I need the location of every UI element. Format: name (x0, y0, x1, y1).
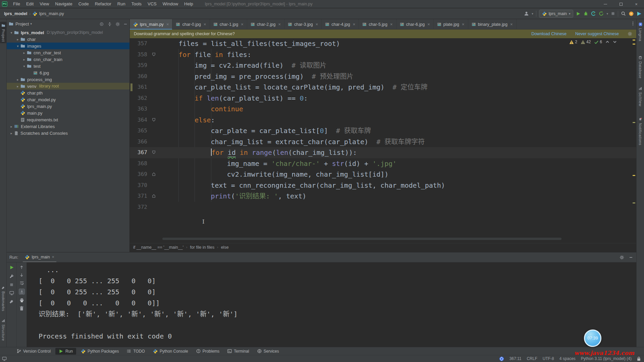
tree-item-test[interactable]: ▾test (7, 63, 129, 69)
toolwindow-button-version-control[interactable]: Version Control (13, 348, 54, 355)
close-icon[interactable]: × (510, 22, 513, 27)
editor-crumb[interactable]: else (221, 245, 229, 250)
stripe-tab-notifications[interactable]: Notifications (637, 117, 644, 145)
timer-bubble[interactable]: 07:39 (584, 329, 601, 347)
editor-tab-char-5-jpg[interactable]: char-5.jpg × (359, 19, 396, 29)
code-line-366[interactable]: 366 char_img_list = extract_char(car_pla… (130, 136, 636, 147)
tree-item-lprs-main-py[interactable]: lprs_main.py (7, 103, 129, 110)
menu-vcs[interactable]: VCS (145, 1, 160, 7)
profiler-button[interactable] (591, 11, 596, 16)
plugin-icon[interactable] (637, 11, 642, 16)
tree-item-6-jpg[interactable]: 6.jpg (7, 69, 129, 76)
lock-icon[interactable] (637, 357, 641, 361)
menu-help[interactable]: Help (181, 1, 196, 7)
tree-item-external-libraries[interactable]: ▸External Libraries (7, 123, 129, 130)
toolwindow-button-problems[interactable]: Problems (193, 348, 223, 355)
close-icon[interactable]: × (353, 22, 356, 27)
close-icon[interactable]: × (390, 22, 393, 27)
nav-crumb-file[interactable]: lprs_main.py (39, 11, 64, 16)
arrowDown-button[interactable] (19, 273, 24, 277)
close-button[interactable]: × (629, 0, 644, 8)
maximize-button[interactable] (613, 0, 629, 8)
code-line-358[interactable]: 358 for file in files: (130, 49, 636, 60)
editor-tab-char-4-jpg[interactable]: char-4.jpg × (322, 19, 359, 29)
code-line-361[interactable]: 361 car_plate_list = locate_carPlate(img… (130, 82, 636, 93)
close-icon[interactable]: × (204, 22, 206, 27)
close-icon[interactable]: × (52, 255, 54, 259)
trash-button[interactable] (19, 306, 24, 311)
stripe-tab-bookmarks[interactable]: Bookmarks (0, 286, 6, 311)
code-line-357[interactable]: 357 files = list_all_files(test_images_r… (130, 38, 636, 49)
code-line-359[interactable]: 359 img = cv2.imread(file) # 读取图片 (130, 60, 636, 71)
scrollend-button[interactable] (19, 289, 25, 295)
gear-icon[interactable] (620, 255, 624, 260)
indent-style[interactable]: 4 spaces (559, 356, 576, 361)
code-line-364[interactable]: 364 else: (130, 115, 636, 126)
menu-file[interactable]: File (10, 1, 23, 7)
stripe-tab-structure[interactable]: Structure (0, 318, 6, 341)
project-panel-title[interactable]: Project (15, 21, 29, 26)
editor-tab-char-0-jpg[interactable]: char-0.jpg × (172, 19, 210, 29)
code-line-372[interactable]: 372 (130, 202, 636, 213)
toolwindow-button-terminal[interactable]: Terminal (224, 348, 252, 355)
editor-tab-lprs-main-py[interactable]: lprs_main.py × (130, 19, 172, 29)
code-line-362[interactable]: 362 if len(car_plate_list) == 0: (130, 93, 636, 104)
banner-download-link[interactable]: Download Chinese (531, 32, 567, 36)
tree-chevron-icon[interactable]: ▸ (16, 78, 20, 81)
editor-crumb[interactable]: for file in files (190, 245, 214, 250)
run-configuration-select[interactable]: lprs_main ▾ (539, 10, 574, 18)
code-line-370[interactable]: 370 text = cnn_recongnize_char(char_img_… (130, 180, 636, 191)
tree-item-images[interactable]: ▾images (7, 43, 129, 49)
tree-chevron-icon[interactable]: ▸ (9, 131, 13, 135)
debug-button[interactable] (583, 11, 588, 16)
python-interpreter[interactable]: Python 3.11 (lprs_model) (4) (581, 356, 632, 361)
assistant-status-icon[interactable] (499, 356, 504, 361)
inspection-widget[interactable]: 2 42 6 (569, 40, 617, 44)
editor-tab-binary-plate-jpg[interactable]: binary_plate.jpg × (468, 19, 517, 29)
code-line-367[interactable]: 367 for id in range(len(char_img_list)): (130, 147, 636, 158)
run-tab[interactable]: lprs_main × (23, 252, 56, 262)
close-icon[interactable]: × (278, 22, 281, 27)
fold-end-icon[interactable] (152, 194, 156, 198)
next-issue-icon[interactable] (613, 40, 617, 44)
tree-chevron-icon[interactable]: ▸ (16, 84, 20, 88)
banner-never-link[interactable]: Never suggest Chinese (575, 32, 619, 36)
editor-tab-char-1-jpg[interactable]: char-1.jpg × (210, 19, 247, 29)
stripe-tab-database[interactable]: Database (637, 55, 644, 78)
stripe-tab-project[interactable]: Project (0, 22, 6, 43)
tree-chevron-icon[interactable]: ▸ (22, 51, 26, 55)
toolwindow-button-services[interactable]: Services (254, 348, 282, 355)
printer-button[interactable] (19, 298, 24, 303)
tree-item-cnn-char-train[interactable]: ▸cnn_char_train (7, 56, 129, 63)
horizontal-scrollbar[interactable] (162, 238, 561, 240)
caret-position[interactable]: 367:11 (509, 356, 522, 361)
tree-item-cnn-char-test[interactable]: ▸cnn_char_test (7, 49, 129, 56)
menu-refactor[interactable]: Refactor (92, 1, 114, 7)
tree-item-venv[interactable]: ▸venvlibrary root (7, 83, 129, 89)
code-line-368[interactable]: 368 img_name = 'char/char-' + str(id) + … (130, 158, 636, 169)
toolwindow-button-python-console[interactable]: Python Console (150, 348, 192, 355)
gear-icon[interactable] (115, 22, 120, 26)
close-icon[interactable]: × (462, 22, 465, 27)
menu-window[interactable]: Window (160, 1, 181, 7)
arrowUp-button[interactable] (19, 265, 24, 269)
close-icon[interactable]: × (316, 22, 318, 27)
close-icon[interactable]: × (166, 22, 169, 27)
tree-item-process-img[interactable]: ▸process_img (7, 76, 129, 83)
menu-tools[interactable]: Tools (128, 1, 145, 7)
stripe-tab-sciview[interactable]: SciView (637, 86, 644, 106)
tree-chevron-icon[interactable]: ▸ (16, 38, 20, 41)
playGreen-button[interactable] (9, 265, 14, 270)
code-line-369[interactable]: 369 cv2.imwrite(img_name, char_img_list[… (130, 169, 636, 180)
target-icon[interactable] (99, 22, 104, 26)
tree-item-main-py[interactable]: main.py (7, 110, 129, 116)
stop-button[interactable] (611, 11, 615, 16)
tree-chevron-icon[interactable]: ▸ (9, 125, 13, 128)
code-editor[interactable]: 357 files = list_all_files(test_images_r… (130, 38, 636, 226)
hide-panel-icon[interactable] (629, 255, 633, 259)
fold-start-icon[interactable] (152, 150, 156, 154)
minimize-button[interactable] (598, 0, 613, 8)
tree-item-char-model-py[interactable]: char_model.py (7, 96, 129, 103)
monitor-button[interactable] (9, 291, 14, 295)
editor-tab-char-3-jpg[interactable]: char-3.jpg × (284, 19, 322, 29)
